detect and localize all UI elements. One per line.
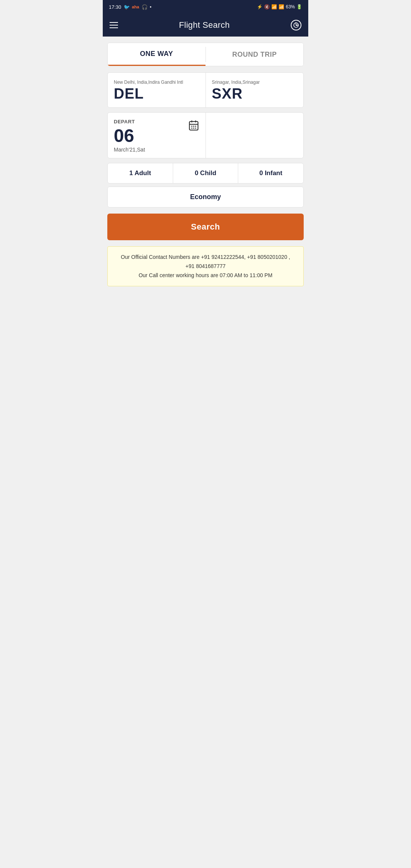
battery-icon: 🔋 — [296, 4, 302, 10]
trip-type-tabs: ONE WAY ROUND TRIP — [107, 43, 304, 66]
info-line3: Our Call center working hours are 07:00 … — [139, 272, 272, 278]
calendar-icon — [188, 120, 199, 134]
class-label: Economy — [190, 193, 221, 201]
date-card: DEPART 06 March'21,Sat — [107, 112, 304, 158]
bluetooth-icon: ⚡ — [257, 4, 263, 10]
signal-icon: 📶 — [279, 4, 284, 10]
time: 17:30 — [109, 4, 121, 10]
status-right: ⚡ 🔇 📶 📶 63% 🔋 — [257, 4, 302, 10]
twitter-icon: 🐦 — [124, 4, 130, 10]
history-icon[interactable] — [291, 20, 301, 30]
depart-date-selector[interactable]: DEPART 06 March'21,Sat — [108, 113, 206, 158]
hamburger-menu-icon[interactable] — [110, 22, 118, 28]
tab-one-way[interactable]: ONE WAY — [108, 43, 206, 66]
route-card: New Delhi, India,Indira Gandhi Intl DEL … — [107, 72, 304, 108]
svg-point-0 — [294, 23, 298, 27]
adult-selector[interactable]: 1 Adult — [108, 163, 173, 183]
depart-label: DEPART — [114, 119, 145, 124]
status-bar: 17:30 🐦 aha 🎧 • ⚡ 🔇 📶 📶 63% 🔋 — [103, 0, 308, 14]
info-line2: +91 8041687777 — [185, 263, 226, 269]
depart-month: March'21,Sat — [114, 147, 145, 153]
return-date-selector[interactable] — [206, 113, 304, 158]
info-line1: Our Official Contact Numbers are +91 924… — [121, 254, 290, 260]
battery: 63% — [286, 4, 295, 10]
depart-day: 06 — [114, 127, 145, 145]
tab-round-trip[interactable]: ROUND TRIP — [206, 43, 304, 66]
status-left: 17:30 🐦 aha 🎧 • — [109, 4, 151, 10]
infant-selector[interactable]: 0 Infant — [238, 163, 303, 183]
other-icon: 🎧 — [142, 4, 148, 10]
search-button[interactable]: Search — [107, 214, 304, 240]
wifi-icon: 📶 — [271, 4, 277, 10]
aha-icon: aha — [132, 5, 139, 9]
child-selector[interactable]: 0 Child — [173, 163, 239, 183]
class-selector[interactable]: Economy — [107, 187, 304, 207]
origin-code: DEL — [114, 86, 199, 102]
destination-name: Srinagar, India,Srinagar — [212, 80, 298, 85]
info-banner: Our Official Contact Numbers are +91 924… — [107, 246, 304, 286]
origin-selector[interactable]: New Delhi, India,Indira Gandhi Intl DEL — [108, 73, 206, 107]
page-title: Flight Search — [179, 20, 230, 30]
passengers-card: 1 Adult 0 Child 0 Infant — [107, 163, 304, 183]
dot-icon: • — [150, 4, 152, 10]
mute-icon: 🔇 — [264, 4, 270, 10]
main-content: ONE WAY ROUND TRIP New Delhi, India,Indi… — [103, 37, 308, 868]
app-header: Flight Search — [103, 14, 308, 37]
destination-selector[interactable]: Srinagar, India,Srinagar SXR — [206, 73, 304, 107]
origin-name: New Delhi, India,Indira Gandhi Intl — [114, 80, 199, 85]
destination-code: SXR — [212, 86, 298, 102]
